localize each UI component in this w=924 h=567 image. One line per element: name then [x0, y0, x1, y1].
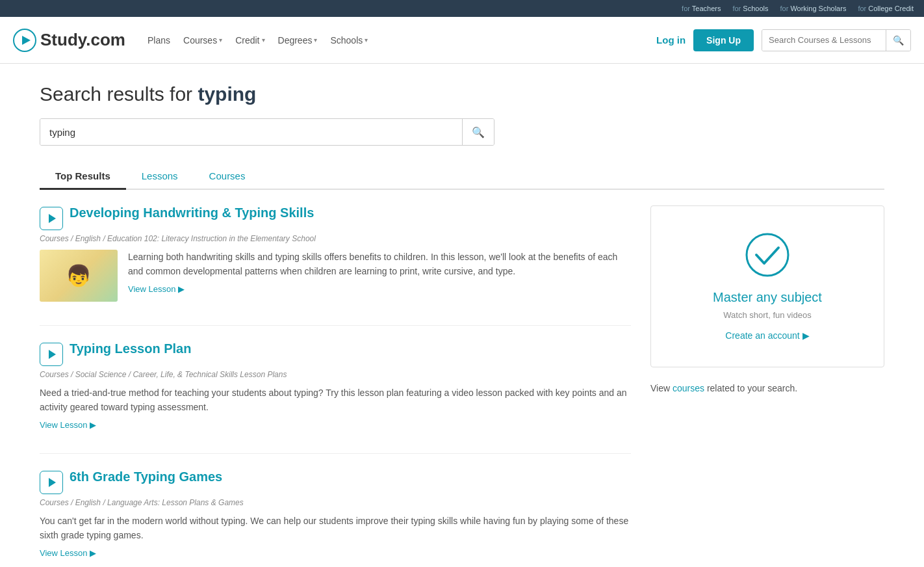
header-search-button[interactable]: 🔍: [886, 30, 910, 51]
result-tabs: Top Results Lessons Courses: [40, 164, 884, 190]
result-divider: [40, 453, 631, 454]
result-title-link[interactable]: Developing Handwriting & Typing Skills: [70, 205, 314, 220]
play-icon-box: [40, 343, 63, 366]
nav-schools[interactable]: Schools ▾: [330, 35, 368, 46]
view-lesson-link[interactable]: View Lesson ▶: [40, 420, 96, 430]
tab-top-results[interactable]: Top Results: [40, 164, 126, 190]
logo[interactable]: Study.com: [13, 29, 125, 52]
tab-courses[interactable]: Courses: [194, 164, 261, 190]
view-lesson-link[interactable]: View Lesson ▶: [128, 284, 185, 294]
result-title-link[interactable]: Typing Lesson Plan: [70, 341, 191, 356]
main-search-bar: 🔍: [40, 118, 494, 146]
result-item: 6th Grade Typing Games Courses / English…: [40, 469, 631, 558]
topbar-link-teachers[interactable]: for Teachers: [682, 5, 721, 12]
svg-point-2: [747, 234, 788, 276]
result-breadcrumb: Courses / Social Science / Career, Life,…: [40, 370, 631, 379]
chevron-down-icon: ▾: [219, 36, 222, 44]
header-right: Log in Sign Up 🔍: [656, 29, 911, 51]
result-title-row: Developing Handwriting & Typing Skills: [40, 205, 631, 230]
play-icon: [49, 478, 56, 487]
sidebar-card-subtitle: Watch short, fun videos: [671, 310, 864, 320]
header: Study.com Plans Courses ▾ Credit ▾ Degre…: [0, 17, 924, 64]
logo-text: Study.com: [40, 30, 125, 50]
result-description: Need a tried-and-true method for teachin…: [40, 386, 631, 415]
topbar-link-college-credit[interactable]: for College Credit: [858, 5, 914, 12]
main-content: Search results for typing 🔍 Top Results …: [14, 64, 910, 567]
courses-related-link[interactable]: courses: [673, 383, 704, 393]
play-icon-box: [40, 207, 63, 230]
view-lesson-link[interactable]: View Lesson ▶: [40, 548, 96, 558]
nav-credit[interactable]: Credit ▾: [235, 35, 264, 46]
main-search-button[interactable]: 🔍: [462, 119, 494, 145]
main-nav: Plans Courses ▾ Credit ▾ Degrees ▾ Schoo…: [148, 35, 641, 46]
top-bar: for Teachers for Schools for Working Sch…: [0, 0, 924, 17]
create-account-link[interactable]: Create an account ▶: [725, 330, 809, 341]
search-icon: 🔍: [893, 35, 904, 46]
play-icon-box: [40, 471, 63, 494]
result-breadcrumb: Courses / English / Education 102: Liter…: [40, 234, 631, 243]
chevron-down-icon: ▾: [262, 36, 265, 44]
tab-lessons[interactable]: Lessons: [126, 164, 194, 190]
topbar-link-schools[interactable]: for Schools: [732, 5, 768, 12]
results-main: Developing Handwriting & Typing Skills C…: [40, 205, 631, 567]
result-item: Developing Handwriting & Typing Skills C…: [40, 205, 631, 302]
result-description: You can't get far in the modern world wi…: [40, 514, 631, 543]
nav-courses[interactable]: Courses ▾: [183, 35, 222, 46]
main-search-input[interactable]: [40, 119, 462, 145]
login-button[interactable]: Log in: [656, 34, 686, 46]
chevron-down-icon: ▾: [314, 36, 317, 44]
topbar-link-working-scholars[interactable]: for Working Scholars: [780, 5, 846, 12]
result-item: Typing Lesson Plan Courses / Social Scie…: [40, 341, 631, 430]
result-title-row: 6th Grade Typing Games: [40, 469, 631, 494]
sidebar-courses-text: View courses related to your search.: [650, 383, 884, 393]
nav-degrees[interactable]: Degrees ▾: [278, 35, 318, 46]
result-title-row: Typing Lesson Plan: [40, 341, 631, 366]
result-description: Learning both handwriting skills and typ…: [128, 250, 631, 279]
result-body: 👦 Learning both handwriting skills and t…: [40, 250, 631, 302]
sidebar-card-title: Master any subject: [671, 290, 864, 305]
search-icon: 🔍: [472, 127, 485, 138]
result-title-link[interactable]: 6th Grade Typing Games: [70, 469, 222, 484]
result-divider: [40, 325, 631, 326]
checkmark-icon: [671, 232, 864, 280]
result-thumbnail: 👦: [40, 250, 118, 302]
result-content: Learning both handwriting skills and typ…: [128, 250, 631, 294]
signup-button[interactable]: Sign Up: [693, 29, 754, 51]
search-heading: Search results for typing: [40, 83, 884, 105]
nav-plans[interactable]: Plans: [148, 35, 170, 46]
header-search-input[interactable]: [762, 30, 886, 51]
play-icon: [49, 350, 56, 359]
chevron-down-icon: ▾: [365, 36, 368, 44]
results-layout: Developing Handwriting & Typing Skills C…: [40, 205, 884, 567]
results-sidebar: Master any subject Watch short, fun vide…: [650, 205, 884, 567]
sidebar-card: Master any subject Watch short, fun vide…: [650, 205, 884, 367]
header-search-box: 🔍: [762, 29, 911, 51]
play-icon: [49, 214, 56, 223]
result-breadcrumb: Courses / English / Language Arts: Lesso…: [40, 498, 631, 507]
